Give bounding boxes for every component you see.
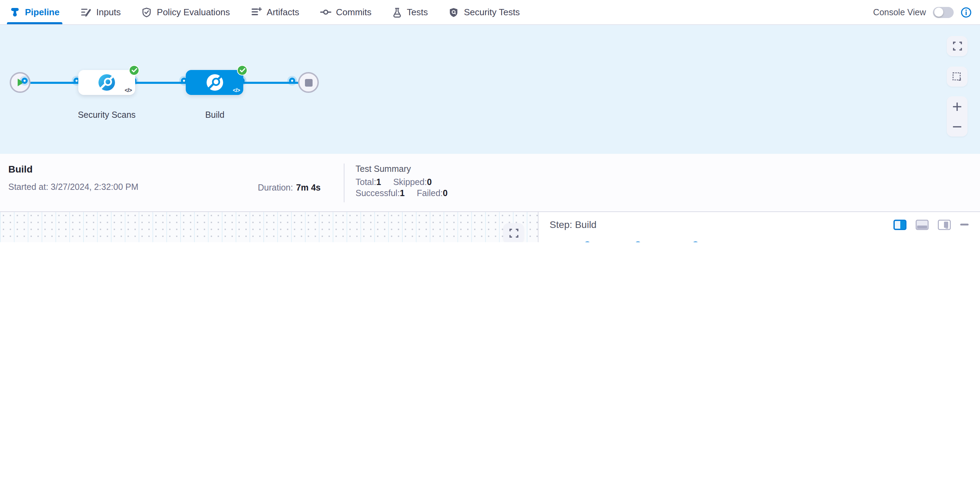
successful-value: 1 (400, 189, 405, 198)
tab-output[interactable]: Output (660, 234, 700, 242)
tab-input[interactable]: Input (609, 234, 642, 242)
skipped-value: 0 (427, 178, 432, 187)
info-icon[interactable] (633, 241, 642, 242)
tab-details[interactable]: Details (550, 234, 592, 242)
zoom-in-button[interactable] (947, 96, 967, 116)
pipeline-end-node (298, 72, 319, 93)
tab-label: Output (660, 240, 687, 242)
commit-icon (320, 7, 331, 17)
check-icon (131, 68, 137, 73)
test-summary-title: Test Summary (356, 163, 457, 175)
step-panel-title: Step: Build (550, 219, 597, 230)
tab-security-tests[interactable]: Security Tests (447, 0, 521, 24)
tab-pipeline[interactable]: Pipeline (8, 0, 61, 24)
failed-value: 0 (443, 189, 448, 198)
started-value: 3/27/2024, 2:32:00 PM (51, 182, 138, 192)
pipeline-icon (10, 7, 20, 17)
minus-icon (952, 122, 962, 131)
inputs-icon (80, 7, 91, 17)
code-badge: </> (125, 87, 132, 94)
tab-label: Details (550, 240, 579, 242)
stage-node-security-scans[interactable]: </> (78, 70, 135, 95)
tab-label: Input (609, 240, 630, 242)
stage-title: Build (8, 163, 258, 175)
policy-shield-icon (142, 6, 152, 17)
edge (27, 81, 303, 84)
info-icon[interactable] (961, 6, 972, 17)
tab-label: Tests (407, 7, 428, 17)
stage-node-build[interactable]: </> (186, 70, 243, 95)
ci-stage-icon (205, 73, 224, 92)
stage-summary-bar: Build Started at: 3/27/2024, 2:32:00 PM … (0, 154, 980, 212)
ci-stage-icon (98, 73, 116, 92)
tab-tests[interactable]: Tests (391, 0, 430, 24)
pipeline-start-node (10, 72, 30, 93)
connector-dot (289, 78, 295, 84)
zoom-controls (947, 96, 967, 136)
pipeline-graph-canvas[interactable]: </> </> Security Scans Build (0, 25, 980, 154)
tab-label: Artifacts (267, 7, 299, 17)
plus-icon (952, 102, 962, 111)
panel-layout-controls (893, 219, 969, 230)
layout-floating-view-icon[interactable] (938, 219, 951, 230)
check-icon (239, 68, 245, 73)
info-icon[interactable] (690, 241, 700, 242)
toggle-knob (934, 8, 943, 17)
step-panel-tabs: Details Input Output (539, 234, 980, 242)
fullscreen-button[interactable] (947, 36, 967, 56)
step-details-panel: Step: Build (538, 212, 980, 242)
tab-artifacts[interactable]: Artifacts (250, 0, 301, 24)
fullscreen-button[interactable] (503, 223, 524, 242)
tab-label: Commits (336, 7, 372, 17)
marquee-select-button[interactable] (947, 67, 967, 87)
tab-label: Security Tests (464, 7, 520, 17)
success-badge (237, 65, 247, 76)
minimize-icon[interactable] (960, 223, 969, 226)
security-shield-icon (449, 6, 459, 17)
tab-inputs[interactable]: Inputs (79, 0, 123, 24)
tab-label: Pipeline (25, 7, 60, 17)
flask-icon (392, 6, 402, 17)
success-badge (129, 65, 139, 76)
stage-label[interactable]: Build (173, 109, 256, 121)
info-icon[interactable] (582, 241, 592, 242)
stage-label[interactable]: Security Scans (65, 109, 148, 121)
total-label: Total: (356, 178, 376, 187)
started-label: Started at: (8, 182, 48, 192)
tab-commits[interactable]: Commits (319, 0, 373, 24)
tab-policy-evaluations[interactable]: Policy Evaluations (140, 0, 231, 24)
test-summary: Test Summary Total:1 Skipped:0 Successfu… (344, 163, 457, 199)
failed-label: Failed: (417, 189, 443, 198)
code-badge: </> (233, 87, 240, 94)
nav-tabs: Pipeline Inputs Policy Evaluations (8, 0, 539, 24)
successful-label: Successful: (356, 189, 400, 198)
tab-label: Inputs (96, 7, 121, 17)
stage-execution-canvas[interactable]: </> </> (0, 212, 538, 242)
stop-icon (305, 79, 312, 86)
zoom-out-button[interactable] (947, 116, 967, 136)
fullscreen-icon (509, 229, 518, 238)
skipped-label: Skipped: (393, 178, 427, 187)
total-value: 1 (376, 178, 381, 187)
stage-summary: Build Started at: 3/27/2024, 2:32:00 PM (8, 163, 258, 192)
duration-label: Duration: (258, 183, 293, 193)
duration-value: 7m 4s (296, 183, 321, 193)
console-view-label: Console View (873, 7, 926, 17)
marquee-icon (952, 72, 962, 81)
console-view-toggle[interactable] (933, 6, 954, 17)
tab-label: Policy Evaluations (157, 7, 230, 17)
layout-bottom-view-icon[interactable] (916, 219, 929, 230)
fullscreen-icon (953, 41, 962, 51)
execution-page: Pipeline Inputs Policy Evaluations (0, 0, 980, 242)
nav-right: Console View (873, 0, 972, 24)
duration-block: Duration: 7m 4s (258, 181, 334, 193)
connector-dot (21, 78, 28, 84)
artifacts-icon (251, 7, 262, 17)
top-nav: Pipeline Inputs Policy Evaluations (0, 0, 980, 25)
layout-right-view-icon[interactable] (893, 219, 907, 230)
